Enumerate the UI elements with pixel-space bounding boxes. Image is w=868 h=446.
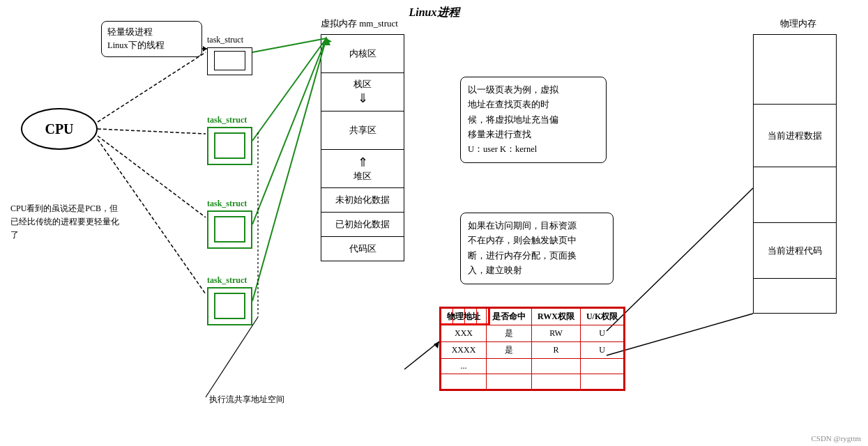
credit: CSDN @rygttm bbox=[811, 434, 861, 443]
svg-line-6 bbox=[252, 38, 326, 141]
pt-row3-col4 bbox=[580, 359, 623, 374]
task-struct-1: task_struct bbox=[207, 115, 252, 165]
bubble-line1: 轻量级进程 bbox=[107, 27, 153, 37]
cpu-label: CPU bbox=[21, 108, 98, 150]
svg-line-10 bbox=[404, 341, 439, 369]
page-table-container: 物理地址 是否命中 RWX权限 U/K权限 XXX 是 RW U XXXX 是 … bbox=[439, 307, 625, 391]
pt-header-1: 物理地址 bbox=[441, 309, 487, 325]
pt-row2-col3: R bbox=[532, 342, 581, 359]
info-box-1: 以一级页表为例，虚拟 地址在查找页表的时 候，将虚拟地址充当偏 移量来进行查找 … bbox=[460, 77, 607, 163]
phys-empty-bot bbox=[754, 279, 837, 314]
pt-row3-col1: ... bbox=[441, 359, 487, 374]
task-struct-3: task_struct bbox=[207, 275, 252, 325]
svg-line-1 bbox=[98, 129, 206, 134]
pt-header-2: 是否命中 bbox=[487, 309, 532, 325]
phys-table: 当前进程数据 当前进程代码 bbox=[753, 34, 837, 314]
vmem-table: 内核区 栈区 ⇓ 共享区 ⇑ 堆区 未初始化数据 已初始化数据 代码区 bbox=[321, 34, 404, 261]
pt-row1-col1: XXX bbox=[441, 325, 487, 342]
vmem-heap: ⇑ 堆区 bbox=[321, 150, 404, 188]
pt-header-3: RWX权限 bbox=[532, 309, 581, 325]
svg-line-17 bbox=[206, 317, 258, 397]
svg-line-8 bbox=[252, 38, 326, 301]
vmem-code: 代码区 bbox=[321, 237, 404, 261]
cpu-note: CPU看到的虽说还是PCB，但已经比传统的进程要更轻量化了 bbox=[10, 202, 122, 243]
phys-title: 物理内存 bbox=[753, 17, 844, 30]
svg-line-0 bbox=[98, 52, 206, 122]
task-struct-header-label: task_struct bbox=[207, 35, 252, 45]
phys-column: 物理内存 当前进程数据 当前进程代码 bbox=[753, 17, 844, 314]
page-title: Linux进程 bbox=[409, 6, 459, 20]
pt-row1-col4: U bbox=[580, 325, 623, 342]
svg-marker-11 bbox=[434, 341, 439, 348]
pt-row3-col2 bbox=[487, 359, 532, 374]
task-struct-header: task_struct bbox=[207, 35, 252, 78]
phys-code: 当前进程代码 bbox=[754, 223, 837, 279]
svg-line-7 bbox=[252, 38, 326, 224]
pt-row2-col4: U bbox=[580, 342, 623, 359]
info-box-2: 如果在访问期间，目标资源 不在内存，则会触发缺页中 断，进行内存分配，页面换 入… bbox=[460, 213, 614, 284]
phys-empty-top bbox=[754, 35, 837, 105]
pt-row4-col3 bbox=[532, 374, 581, 390]
bubble-line2: Linux下的线程 bbox=[107, 40, 165, 50]
pt-row4-col1 bbox=[441, 374, 487, 390]
pt-row4-col4 bbox=[580, 374, 623, 390]
arrows-overlay bbox=[0, 0, 868, 446]
pt-row4-col2 bbox=[487, 374, 532, 390]
task-header-box bbox=[207, 47, 252, 75]
shared-label: 执行流共享地址空间 bbox=[209, 394, 284, 406]
pt-row1-col2: 是 bbox=[487, 325, 532, 342]
vmem-column: 虚拟内存 mm_struct 内核区 栈区 ⇓ 共享区 ⇑ 堆区 未初始化数据 … bbox=[321, 17, 411, 261]
svg-line-12 bbox=[607, 188, 753, 331]
vmem-stack: 栈区 ⇓ bbox=[321, 73, 404, 112]
pt-row1-col3: RW bbox=[532, 325, 581, 342]
vmem-title: 虚拟内存 mm_struct bbox=[321, 17, 411, 30]
phys-empty-mid bbox=[754, 167, 837, 223]
svg-line-4 bbox=[252, 38, 326, 52]
vmem-shared: 共享区 bbox=[321, 112, 404, 150]
pt-header-4: U/K权限 bbox=[580, 309, 623, 325]
phys-data: 当前进程数据 bbox=[754, 105, 837, 167]
task-struct-2: task_struct bbox=[207, 199, 252, 249]
vmem-uninit: 未初始化数据 bbox=[321, 188, 404, 213]
cpu-text: CPU bbox=[45, 121, 73, 137]
pt-row2-col2: 是 bbox=[487, 342, 532, 359]
vmem-kernel: 内核区 bbox=[321, 35, 404, 73]
pt-row2-col1: XXXX bbox=[441, 342, 487, 359]
vmem-init: 已初始化数据 bbox=[321, 213, 404, 237]
bubble-top: 轻量级进程 Linux下的线程 bbox=[101, 21, 202, 57]
svg-line-13 bbox=[607, 314, 753, 355]
pt-row3-col3 bbox=[532, 359, 581, 374]
